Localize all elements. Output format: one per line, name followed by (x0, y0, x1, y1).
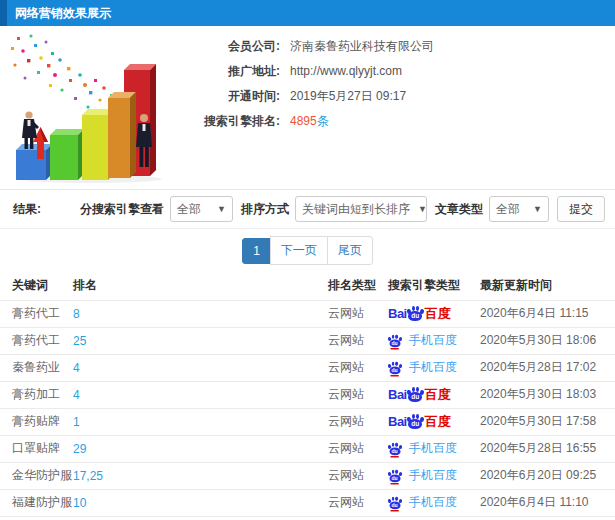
rank-link[interactable]: 1 (73, 415, 80, 429)
engine-rank-count: 4895 (290, 114, 317, 128)
header-accent (0, 0, 7, 26)
table-row: du手机百度 (0, 516, 615, 520)
pagination: 1 下一页 尾页 (0, 229, 615, 272)
header-keyword: 关键词 (0, 272, 73, 300)
opened-time-row: 开通时间: 2019年5月27日 09:17 (178, 89, 434, 103)
baidu-mobile-icon: du (388, 442, 401, 454)
company-row: 会员公司: 济南秦鲁药业科技有限公司 (178, 39, 434, 53)
submit-button[interactable]: 提交 (557, 196, 605, 222)
pagination-next[interactable]: 下一页 (270, 236, 328, 265)
rank-link[interactable]: 25 (73, 334, 86, 348)
baidu-mobile-badge: du手机百度 (388, 359, 457, 376)
baidu-mobile-underline (390, 456, 399, 458)
confetti-dots (11, 34, 119, 112)
baidu-pc-logo: Baidu百度 (388, 386, 451, 404)
engine-cell: du手机百度 (388, 327, 480, 354)
pagination-last[interactable]: 尾页 (327, 236, 373, 265)
results-section-label: 结果: (13, 201, 41, 218)
sort-filter-select[interactable]: 关键词由短到长排序 ▼ (295, 196, 427, 222)
engine-cell: du手机百度 (388, 489, 480, 516)
baidu-mobile-badge: du手机百度 (388, 467, 457, 484)
engine-rank-unit: 条 (317, 113, 329, 130)
rank-type-cell: 云网站 (328, 462, 388, 489)
company-label: 会员公司: (178, 38, 280, 55)
header-rank: 排名 (73, 272, 328, 300)
rank-type-cell: 云网站 (328, 300, 388, 327)
rank-link[interactable]: 4 (73, 361, 80, 375)
engine-cell: du手机百度 (388, 462, 480, 489)
chevron-down-icon: ▼ (525, 204, 542, 214)
updated-cell: 2020年6月4日 11:10 (480, 489, 615, 516)
baidu-pc-logo: Baidu百度 (388, 305, 451, 323)
pagination-page-1[interactable]: 1 (242, 238, 271, 264)
baidu-paw-icon: du (388, 334, 401, 346)
company-link[interactable]: 济南秦鲁药业科技有限公司 (290, 38, 434, 55)
rank-link[interactable]: 29 (73, 442, 86, 456)
engine-cell: du手机百度 (388, 516, 480, 520)
baidu-mobile-underline (390, 510, 399, 512)
engine-cell: Baidu百度 (388, 300, 480, 327)
table-row: 膏药代工8云网站Baidu百度2020年6月4日 11:15 (0, 300, 615, 327)
rank-cell: 25 (73, 327, 328, 354)
engine-filter-select[interactable]: 全部 ▼ (170, 196, 233, 222)
baidu-mobile-badge: du手机百度 (388, 332, 457, 349)
engine-filter-value: 全部 (177, 201, 201, 218)
engine-cell: Baidu百度 (388, 408, 480, 435)
rank-type-cell: 云网站 (328, 408, 388, 435)
engine-cell: du手机百度 (388, 354, 480, 381)
table-row: 金华防护服17,25云网站du手机百度2020年6月20日 09:25 (0, 462, 615, 489)
rank-link[interactable]: 4 (73, 388, 80, 402)
article-type-select[interactable]: 全部 ▼ (489, 196, 549, 222)
rank-cell: 10 (73, 489, 328, 516)
opened-time-value: 2019年5月27日 09:17 (290, 88, 406, 105)
keyword-cell: 秦鲁药业 (0, 354, 73, 381)
header-updated: 最新更新时间 (480, 272, 615, 300)
rank-link[interactable]: 10 (73, 496, 86, 510)
baidu-mobile-underline (390, 348, 399, 350)
rank-link[interactable]: 8 (73, 307, 80, 321)
baidu-paw-icon: du (388, 361, 401, 373)
baidu-mobile-label: 手机百度 (409, 440, 457, 457)
rank-link[interactable]: 17,25 (73, 469, 103, 483)
baidu-mobile-label: 手机百度 (409, 332, 457, 349)
updated-cell: 2020年6月4日 11:15 (480, 300, 615, 327)
baidu-paw-icon: du (388, 496, 401, 508)
keyword-cell: 膏药代工 (0, 327, 73, 354)
rank-type-cell: 云网站 (328, 354, 388, 381)
baidu-mobile-underline (390, 375, 399, 377)
engine-cell: du手机百度 (388, 435, 480, 462)
opened-time-label: 开通时间: (178, 88, 280, 105)
keyword-cell (0, 516, 73, 520)
table-row: 膏药贴牌1云网站Baidu百度2020年5月30日 17:58 (0, 408, 615, 435)
rank-type-cell: 云网站 (328, 327, 388, 354)
rank-type-cell (328, 516, 388, 520)
baidu-paw-icon: du (407, 306, 424, 322)
baidu-logo-text: Bai (388, 414, 407, 429)
baidu-paw-icon: du (388, 442, 401, 454)
chevron-down-icon: ▼ (410, 204, 427, 214)
engine-cell: Baidu百度 (388, 381, 480, 408)
baidu-mobile-label: 手机百度 (409, 494, 457, 511)
baidu-mobile-underline (390, 483, 399, 485)
bar-orange (108, 92, 136, 178)
header-rank-type: 排名类型 (328, 272, 388, 300)
baidu-paw-icon: du (407, 414, 424, 430)
rank-cell: 4 (73, 354, 328, 381)
baidu-logo-hanzi: 百度 (425, 413, 451, 431)
keyword-cell: 膏药加工 (0, 381, 73, 408)
member-info-panel: 会员公司: 济南秦鲁药业科技有限公司 推广地址: http://www.qlyy… (178, 39, 434, 139)
updated-cell (480, 516, 615, 520)
chevron-down-icon: ▼ (209, 204, 226, 214)
bar-green (50, 129, 84, 180)
baidu-mobile-badge: du手机百度 (388, 494, 457, 511)
promo-url-link[interactable]: http://www.qlyyjt.com (290, 64, 402, 78)
rank-type-cell: 云网站 (328, 381, 388, 408)
rank-cell (73, 516, 328, 520)
updated-cell: 2020年5月28日 16:55 (480, 435, 615, 462)
baidu-mobile-icon: du (388, 334, 401, 346)
results-table: 关键词 排名 排名类型 搜索引擎类型 最新更新时间 膏药代工8云网站Baidu百… (0, 272, 615, 520)
header-engine-type: 搜索引擎类型 (388, 272, 480, 300)
table-row: 膏药加工4云网站Baidu百度2020年5月30日 18:03 (0, 381, 615, 408)
article-type-label: 文章类型 (435, 201, 483, 218)
rank-cell: 8 (73, 300, 328, 327)
